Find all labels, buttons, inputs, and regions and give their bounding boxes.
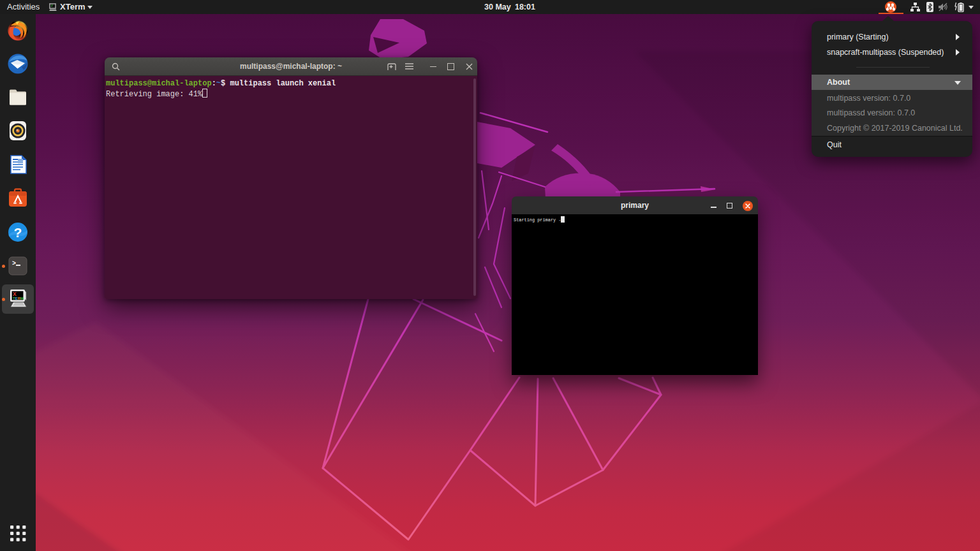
svg-text:TERM: TERM <box>13 297 24 300</box>
svg-text:?: ? <box>14 225 22 240</box>
svg-text:>: > <box>12 260 16 267</box>
